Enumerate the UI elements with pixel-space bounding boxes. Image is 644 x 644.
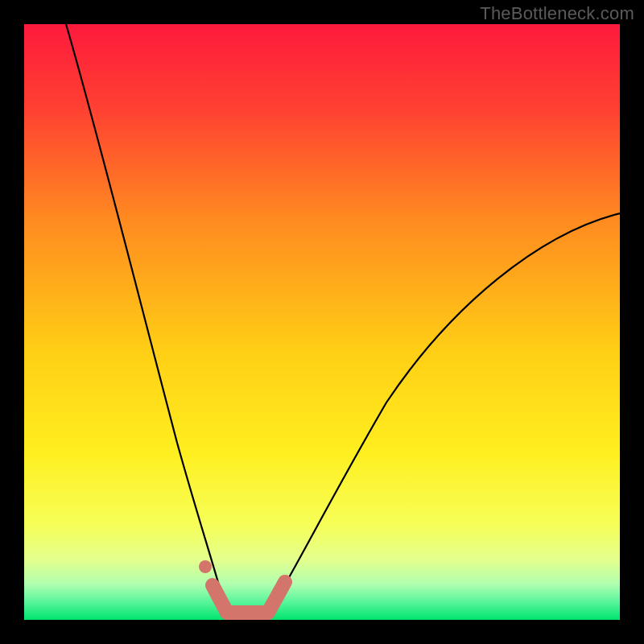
plot-area (24, 24, 620, 620)
accent-dot (199, 560, 212, 573)
outer-frame: TheBottleneck.com (0, 0, 644, 644)
gradient-background (24, 24, 620, 620)
chart-svg (24, 24, 620, 620)
watermark-text: TheBottleneck.com (480, 3, 634, 24)
